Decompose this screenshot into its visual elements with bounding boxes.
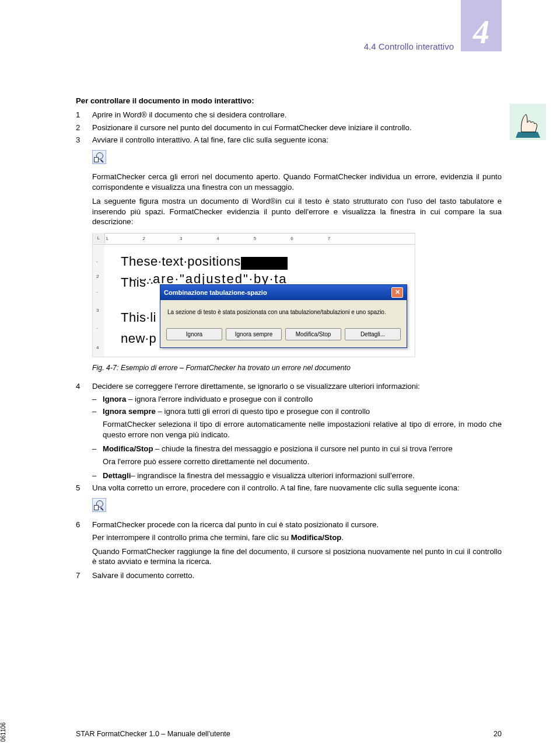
tab-arrow-icon: → (76, 274, 85, 284)
step-number: 1 (76, 110, 92, 120)
step-number: 6 (76, 520, 92, 530)
magnifier-doc-icon (92, 150, 106, 164)
vruler-tick: 2 (96, 274, 99, 280)
dialog-titlebar: Combinazione tabulazione-spazio ✕ (160, 285, 407, 300)
dettagli-button[interactable]: Dettagli... (345, 328, 401, 341)
dialog-button-row: Ignora Ignora sempre Modifica/Stop Detta… (160, 323, 407, 348)
section-title: 4.4 Controllo interattivo (76, 16, 502, 53)
figure-caption: Fig. 4-7: Esempio di errore – FormatChec… (92, 363, 502, 373)
step-3: 3 Avviare il controllo interattivo. A ta… (76, 135, 502, 145)
document-area: - 2 - 3 - 4 These·text·positions→·····ar… (93, 245, 415, 357)
paragraph: Quando FormatChecker raggiunge la fine d… (92, 546, 502, 568)
ignora-sempre-button[interactable]: Ignora sempre (226, 328, 282, 341)
text-fragment: These·text·positions (121, 254, 241, 269)
step-text: FormatChecker procede con la ricerca dal… (92, 520, 502, 530)
highlighted-error (241, 257, 288, 270)
step-5: 5 Una volta corretto un errore, proceder… (76, 483, 502, 493)
close-icon[interactable]: ✕ (391, 287, 403, 298)
bullet-label: Modifica/Stop (103, 444, 153, 453)
dialog-message: La sezione di testo è stata posizionata … (160, 300, 407, 323)
page: 4 4.4 Controllo interattivo Per controll… (0, 0, 560, 752)
vruler-tick: 3 (96, 308, 99, 314)
ruler-mark: 2 (142, 236, 145, 242)
bullet-text: – ignora tutti gli errori di questo tipo… (156, 407, 370, 416)
horizontal-ruler: L 1 2 3 4 5 6 7 (93, 233, 415, 245)
ignora-button[interactable]: Ignora (166, 328, 222, 341)
text-fragment: . (341, 533, 344, 542)
error-dialog: Combinazione tabulazione-spazio ✕ La sez… (160, 284, 407, 348)
ruler-mark: 7 (328, 236, 330, 242)
vruler-tick: - (96, 325, 98, 332)
vruler-tick: 4 (96, 345, 99, 351)
ruler-mark: 3 (180, 236, 182, 242)
intro-title: Per controllare il documento in modo int… (76, 96, 502, 106)
ruler-mark: 6 (290, 236, 293, 242)
ruler-mark: 5 (254, 236, 256, 242)
paragraph: FormatChecker cerca gli errori nel docum… (92, 172, 502, 193)
bullet-subtext: FormatChecker seleziona il tipo di error… (103, 419, 502, 440)
bullet-text: – ingrandisce la finestra del messaggio … (131, 471, 414, 480)
text-bold: Modifica/Stop (291, 533, 341, 542)
step-text: Posizionare il cursore nel punto del doc… (92, 123, 502, 133)
step-number: 7 (76, 570, 92, 581)
bullet-marker: – (92, 444, 103, 454)
step-text: Avviare il controllo interattivo. A tal … (92, 135, 502, 145)
paragraph: Per interrompere il controllo prima che … (92, 532, 502, 543)
step-text: Salvare il documento corretto. (92, 570, 502, 581)
bullet-ignora-sempre: – Ignora sempre – ignora tutti gli error… (92, 406, 502, 417)
step-7: 7 Salvare il documento corretto. (76, 570, 502, 581)
step-number: 2 (76, 123, 92, 133)
dialog-title-text: Combinazione tabulazione-spazio (164, 288, 267, 297)
step-text: Aprire in Word® il documento che si desi… (92, 110, 502, 120)
doc-text-line: These·text·positions→·····are·"adjusted"… (121, 253, 415, 287)
bullet-marker: – (92, 394, 103, 405)
step-number: 3 (76, 135, 92, 145)
step-4: 4 Decidere se correggere l'errore dirett… (76, 381, 502, 392)
page-header: 4 4.4 Controllo interattivo (76, 16, 502, 72)
bullet-text: – ignora l'errore individuato e prosegue… (126, 395, 313, 403)
chapter-badge: 4 (461, 0, 502, 51)
doc-text-line: This·li (121, 309, 156, 326)
paragraph: La seguente figura mostra un documento d… (92, 196, 502, 227)
doc-text-line: This·· (121, 274, 154, 291)
step-1: 1 Aprire in Word® il documento che si de… (76, 110, 502, 120)
footer-title: STAR FormatChecker 1.0 – Manuale dell'ut… (76, 729, 230, 739)
ruler-mark: 1 (106, 236, 108, 242)
bullet-marker: – (92, 471, 103, 481)
bullet-marker: – (92, 406, 103, 417)
step-6: 6 FormatChecker procede con la ricerca d… (76, 520, 502, 530)
step-number: 4 (76, 381, 92, 392)
bullet-label: Ignora (103, 395, 126, 403)
modifica-stop-button[interactable]: Modifica/Stop (285, 328, 341, 341)
bullet-modifica: – Modifica/Stop – chiude la finestra del… (92, 444, 502, 454)
vruler-tick: - (96, 289, 98, 295)
bullet-dettagli: – Dettagli– ingrandisce la finestra del … (92, 471, 502, 481)
bullet-subtext: Ora l'errore può essere corretto diretta… (103, 457, 502, 467)
figure-screenshot: L 1 2 3 4 5 6 7 - 2 - 3 - 4 These·text·p… (92, 233, 415, 357)
step-text: Una volta corretto un errore, procedere … (92, 483, 502, 493)
doc-text-line: new·p (121, 330, 156, 347)
step-number: 5 (76, 483, 92, 493)
step-2: 2 Posizionare il cursore nel punto del d… (76, 123, 502, 133)
ruler-corner: L (93, 233, 105, 243)
bullet-text: – chiude la finestra del messaggio e pos… (153, 444, 452, 453)
bullet-ignora: – Ignora – ignora l'errore individuato e… (92, 394, 502, 405)
bullet-label: Ignora sempre (103, 407, 156, 416)
hand-cursor-icon (510, 104, 546, 140)
step-text: Decidere se correggere l'errore direttam… (92, 381, 502, 392)
bullet-label: Dettagli (103, 471, 131, 480)
magnifier-doc-icon (92, 498, 106, 512)
document-code: 061106 (0, 722, 7, 741)
ruler-mark: 4 (216, 236, 219, 242)
text-fragment: Per interrompere il controllo prima che … (92, 533, 291, 542)
page-footer: STAR FormatChecker 1.0 – Manuale dell'ut… (76, 729, 502, 739)
vruler-tick: - (96, 259, 98, 265)
page-number: 20 (494, 729, 502, 739)
